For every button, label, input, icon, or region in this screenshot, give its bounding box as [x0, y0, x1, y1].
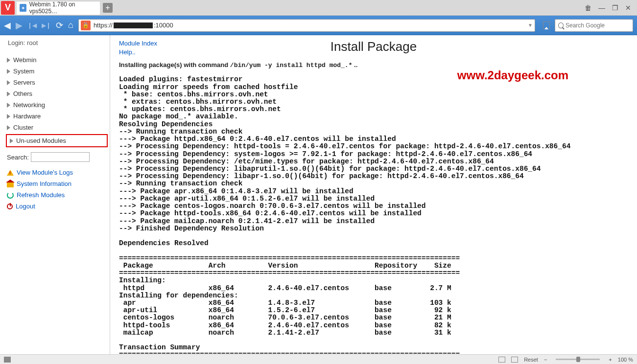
chevron-down-icon[interactable]: ▼: [528, 23, 533, 28]
watermark: www.2daygeek.com: [457, 68, 568, 82]
chevron-right-icon: [7, 103, 10, 108]
page-title: Install Package: [119, 39, 628, 54]
search-icon: [558, 23, 564, 28]
url-bar[interactable]: 🔒 https://:10000 ▼: [78, 19, 535, 32]
zoom-reset-button[interactable]: Reset: [524, 357, 538, 363]
fastforward-button[interactable]: ▶❙: [42, 22, 51, 29]
trash-icon[interactable]: 🗑: [585, 4, 591, 12]
reload-button[interactable]: ⟳: [56, 20, 63, 31]
chevron-right-icon: [7, 80, 10, 85]
sidebar-item-system[interactable]: System: [4, 66, 110, 77]
sidebar-item-others[interactable]: Others: [4, 88, 110, 99]
chevron-right-icon: [7, 114, 10, 119]
refresh-modules-link[interactable]: Refresh Modules: [4, 189, 110, 201]
url-text: https://:10000: [94, 22, 173, 29]
home-button[interactable]: ⌂: [68, 20, 73, 30]
logout-link[interactable]: Logout: [4, 201, 110, 212]
sidebar-search-input[interactable]: [31, 152, 90, 162]
window-maximize-button[interactable]: ❐: [612, 4, 618, 12]
tab-title: Webmin 1.780 on vps5025…: [29, 1, 94, 15]
view-module-logs-link[interactable]: View Module's Logs: [4, 167, 110, 178]
login-label: Login: root: [4, 39, 110, 46]
sidebar: Login: root Webmin System Servers Others…: [0, 35, 110, 354]
tiling-icon[interactable]: [511, 357, 518, 363]
back-button[interactable]: ◀: [4, 20, 11, 31]
panel-toggle-icon[interactable]: [4, 357, 11, 363]
status-bar: Reset − + 100 %: [0, 354, 637, 364]
window-close-button[interactable]: ✕: [625, 4, 631, 12]
images-toggle-icon[interactable]: [498, 357, 505, 363]
terminal-output: Loaded plugins: fastestmirror Loading mi…: [119, 76, 628, 354]
sidebar-item-webmin[interactable]: Webmin: [4, 54, 110, 66]
chevron-right-icon: [7, 58, 10, 63]
tab-favicon-icon: ✦: [20, 4, 26, 12]
url-redacted: [114, 23, 153, 28]
warning-icon: [7, 170, 14, 176]
power-icon: [7, 204, 13, 209]
system-information-link[interactable]: System Information: [4, 178, 110, 189]
search-input[interactable]: [566, 22, 630, 29]
chevron-right-icon: [7, 69, 10, 74]
zoom-in-button[interactable]: +: [609, 357, 612, 363]
main-panel: Module Index Help.. Install Package Inst…: [110, 35, 637, 354]
sidebar-item-cluster[interactable]: Cluster: [4, 122, 110, 133]
house-icon: [7, 182, 14, 187]
zoom-out-button[interactable]: −: [544, 357, 547, 363]
chevron-right-icon: [10, 138, 13, 143]
zoom-slider[interactable]: [556, 359, 600, 360]
browser-search[interactable]: [555, 19, 633, 32]
sidebar-item-servers[interactable]: Servers: [4, 77, 110, 88]
rewind-button[interactable]: ❙◀: [27, 22, 37, 29]
browser-tab-strip: V ✦ Webmin 1.780 on vps5025… + 🗑 — ❐ ✕: [0, 0, 637, 16]
chevron-right-icon: [7, 125, 10, 130]
sidebar-item-hardware[interactable]: Hardware: [4, 111, 110, 122]
sidebar-search: Search:: [7, 152, 107, 162]
install-command-line: Installing package(s) with command /bin/…: [119, 61, 628, 69]
zoom-thumb[interactable]: [576, 357, 580, 362]
chevron-right-icon: [7, 91, 10, 96]
sidebar-item-unused-modules[interactable]: Un-used Modules: [7, 135, 107, 146]
new-tab-button[interactable]: +: [103, 3, 113, 13]
browser-toolbar: ◀ ▶ ❙◀ ▶❙ ⟳ ⌂ 🔒 https://:10000 ▼: [0, 16, 637, 35]
zoom-level: 100 %: [618, 357, 633, 363]
search-label: Search:: [7, 154, 29, 161]
vivaldi-logo[interactable]: V: [1, 1, 15, 15]
browser-tab[interactable]: ✦ Webmin 1.780 on vps5025…: [17, 1, 100, 15]
forward-button[interactable]: ▶: [16, 20, 23, 31]
refresh-icon: [7, 192, 14, 199]
bookmark-icon[interactable]: [543, 22, 550, 29]
sidebar-item-networking[interactable]: Networking: [4, 99, 110, 111]
lock-icon: 🔒: [81, 21, 91, 30]
window-minimize-button[interactable]: —: [598, 4, 605, 12]
